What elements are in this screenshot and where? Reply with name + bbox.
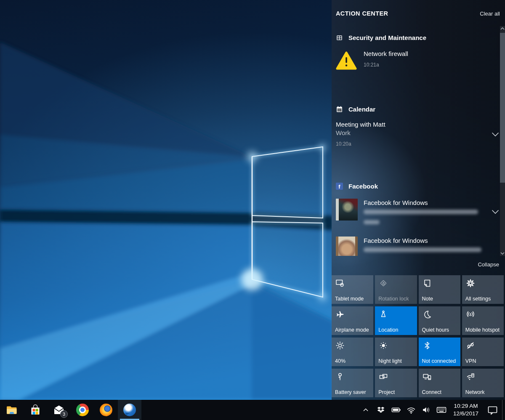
clock-date: 12/6/2017 [449,410,483,417]
scroll-down-arrow[interactable] [500,251,505,256]
moon-icon [422,309,432,319]
quick-action-brightness[interactable]: 40% [332,338,373,366]
quick-action-mobile-hotspot[interactable]: Mobile hotspot [462,306,504,335]
group-title: Security and Maintenance [348,34,426,41]
vpn-icon [465,340,476,351]
network-icon [465,372,476,382]
project-icon [378,372,388,382]
notification-title: Facebook for Windows [364,199,494,207]
scrollbar[interactable] [500,26,505,256]
action-center-panel: ACTION CENTER Clear all Security and Mai… [332,0,505,400]
show-hidden-icons-button[interactable] [358,400,373,420]
quick-action-rotation-lock[interactable]: Rotation lock [375,275,417,304]
chrome-icon [76,404,89,416]
touch-keyboard-icon [436,404,447,415]
battery-saver-icon [335,372,345,382]
scrollbar-thumb[interactable] [500,33,505,183]
calendar-icon [336,106,343,113]
taskbar-jabber-button[interactable] [118,400,141,420]
notification-time: 10:21a [364,62,494,68]
notification-body-blurred [364,210,478,214]
collapse-link[interactable]: Collapse [332,256,499,274]
quick-action-night-light[interactable]: Night light [375,338,417,366]
chevron-up-icon [361,405,370,415]
quick-action-all-settings[interactable]: All settings [462,275,504,304]
notification-title: Facebook for Windows [364,237,494,245]
notification-thumbnail [336,199,358,221]
chevron-down-icon[interactable] [492,132,499,137]
battery-icon [391,405,401,415]
quick-action-battery-saver[interactable]: Battery saver [332,369,373,397]
desktop: ACTION CENTER Clear all Security and Mai… [0,0,505,420]
quick-action-network[interactable]: Network [462,369,504,397]
notification-group-header-security[interactable]: Security and Maintenance [336,33,494,42]
action-center-tray-button[interactable] [483,400,502,420]
quick-action-bluetooth[interactable]: Not connected [419,338,460,366]
jabber-icon [123,404,136,416]
windows-logo-window [241,143,327,302]
dropbox-tray-button[interactable] [373,400,388,420]
dropbox-icon [376,405,385,415]
scroll-up-arrow[interactable] [500,26,505,31]
file-explorer-icon [5,404,18,416]
quick-action-tablet-mode[interactable]: Tablet mode [332,275,373,304]
settings-gear-icon [465,278,476,288]
notification-time-blurred [364,220,380,224]
quick-action-location[interactable]: Location [375,306,417,335]
action-center-title: ACTION CENTER [336,10,388,17]
group-title: Calendar [348,106,375,113]
taskbar: 3 [0,400,505,420]
quick-action-vpn[interactable]: VPN [462,338,504,366]
facebook-icon: f [336,183,343,190]
quick-action-airplane-mode[interactable]: Airplane mode [332,306,373,335]
action-center-icon [487,404,498,416]
notifications-list: Security and Maintenance Network firewal… [332,24,505,256]
notification-network-firewall[interactable]: Network firewall 10:21a [336,50,494,72]
rotation-lock-icon [378,278,388,288]
wifi-icon [406,405,416,415]
notification-body-blurred [364,247,481,252]
touch-keyboard-tray-button[interactable] [434,400,449,420]
taskbar-clock[interactable]: 10:29 AM 12/6/2017 [449,402,483,417]
microsoft-store-icon [29,404,42,416]
notification-group-header-facebook[interactable]: f Facebook [336,181,494,191]
quick-action-project[interactable]: Project [375,369,417,397]
notification-facebook-2[interactable]: Facebook for Windows [336,237,494,256]
volume-tray-button[interactable] [419,400,434,420]
notification-time: 10:20a [336,141,494,147]
taskbar-chrome-button[interactable] [71,400,94,420]
hotspot-icon [465,309,476,319]
quick-action-connect[interactable]: Connect [419,369,460,397]
mail-unread-badge: 3 [60,410,68,418]
brightness-icon [335,340,345,351]
night-light-icon [378,340,388,351]
show-desktop-button[interactable] [502,400,505,420]
tablet-mode-icon [335,278,345,288]
taskbar-store-button[interactable] [24,400,47,420]
security-maintenance-icon [336,34,343,41]
notification-group-header-calendar[interactable]: Calendar [336,104,494,114]
notification-meeting[interactable]: Meeting with Matt Work 10:20a [336,120,494,147]
quick-action-quiet-hours[interactable]: Quiet hours [419,306,460,335]
notification-subtitle: Work [336,129,494,137]
airplane-icon [335,309,345,319]
notification-title: Meeting with Matt [336,120,494,128]
notification-thumbnail [336,237,358,256]
wifi-tray-button[interactable] [404,400,419,420]
quick-action-note[interactable]: Note [419,275,460,304]
chevron-down-icon[interactable] [492,210,499,214]
notification-title: Network firewall [364,50,494,58]
notification-facebook-1[interactable]: Facebook for Windows [336,199,494,226]
group-title: Facebook [348,183,378,190]
action-center-header: ACTION CENTER Clear all [332,0,505,24]
battery-tray-button[interactable] [388,400,404,420]
firefox-icon [100,404,112,416]
system-tray: 10:29 AM 12/6/2017 [358,400,505,420]
taskbar-firefox-button[interactable] [94,400,118,420]
note-icon [422,278,432,288]
bluetooth-icon [422,340,432,351]
clear-all-button[interactable]: Clear all [480,11,500,17]
location-pin-icon [378,309,388,319]
taskbar-file-explorer-button[interactable] [0,400,24,420]
taskbar-mail-button[interactable]: 3 [47,400,71,420]
